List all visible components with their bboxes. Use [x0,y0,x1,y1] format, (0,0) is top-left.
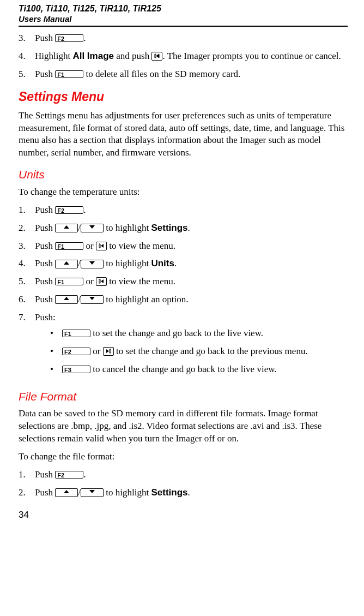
units-step-3: 3. Push F1 or to view the menu. [19,240,348,253]
header-models: Ti100, Ti110, Ti125, TiR110, TiR125 [19,3,348,14]
text: Push [35,276,55,286]
down-arrow-icon [81,224,104,232]
bullet-f2: F2 or to set the change and go back to t… [50,345,348,358]
heading-units: Units [19,167,348,182]
text: to highlight [104,223,151,233]
units-step-4: 4. Push / to highlight Units. [19,258,348,270]
bullet-f3: F3 to cancel the change and go back to t… [50,363,348,376]
units-step-6: 6. Push / to highlight an option. [19,294,348,306]
f1-key-icon: F1 [55,278,83,285]
up-arrow-icon [55,295,78,304]
text: to view the menu. [107,241,175,251]
step-number: 5. [19,68,35,81]
step-number: 5. [19,276,35,288]
step-4: 4. Highlight All Image and push . The Im… [19,50,348,63]
f3-key-icon: F3 [62,366,90,373]
text: . The Imager prompts you to continue or … [162,51,341,61]
down-arrow-icon [81,295,104,304]
text: . [83,33,86,43]
text: to set the change and go back to the pre… [114,346,308,356]
step-number: 1. [19,469,35,481]
text: to highlight [104,487,151,498]
text: . [83,205,86,215]
f2-key-icon: F2 [55,34,83,42]
text: Push [35,258,55,268]
bold-text: Settings [151,223,187,233]
file-format-intro: To change the file format: [19,451,348,463]
text: . [188,223,190,233]
up-arrow-icon [55,224,78,232]
page-header: Ti100, Ti110, Ti125, TiR110, TiR125 User… [19,3,348,27]
text: Push [35,487,55,498]
step-number: 6. [19,294,35,306]
units-intro: To change the temperature units: [19,186,348,199]
bold-text: Units [151,258,174,268]
step-number: 2. [19,487,35,499]
text: . [174,258,177,268]
text: or [83,241,96,251]
page-number: 34 [19,509,348,522]
down-arrow-icon [81,260,104,268]
text: Highlight [35,51,72,61]
text: to view the menu. [107,276,175,286]
text: . [188,487,190,498]
right-arrow-icon [96,277,107,286]
settings-menu-paragraph: The Settings menu has adjustments for us… [19,110,348,160]
step-number: 3. [19,240,35,253]
ff-step-1: 1. Push F2. [19,469,348,481]
units-step-1: 1. Push F2. [19,204,348,217]
down-arrow-icon [81,488,104,497]
steps-file-format: 1. Push F2. 2. Push / to highlight Setti… [19,469,348,499]
bold-text: Settings [151,487,187,498]
step-3: 3. Push F2. [19,32,348,45]
heading-settings-menu: Settings Menu [19,88,348,105]
bullet-f1: F1 to set the change and go back to the … [50,327,348,340]
step-number: 7. [19,312,35,381]
text: Push [35,469,55,480]
units-step-5: 5. Push F1 or to view the menu. [19,276,348,288]
up-arrow-icon [55,488,78,497]
page-container: Ti100, Ti110, Ti125, TiR110, TiR125 User… [0,0,364,533]
f2-key-icon: F2 [55,471,83,479]
units-step-2: 2. Push / to highlight Settings. [19,222,348,235]
right-arrow-icon [96,242,107,250]
step-5: 5. Push F1 to delete all files on the SD… [19,68,348,81]
f1-key-icon: F1 [55,242,83,250]
text: to highlight [104,258,151,268]
steps-units: 1. Push F2. 2. Push / to highlight Setti… [19,204,348,381]
text: or [90,346,103,356]
units-step-7: 7. Push: F1 to set the change and go bac… [19,312,348,381]
text: Push [35,33,55,43]
step-number: 4. [19,50,35,63]
text: Push [35,223,55,233]
text: to cancel the change and go back to the … [90,364,277,374]
text: Push [35,205,55,215]
text: . [83,469,86,480]
text: to set the change and go back to the liv… [90,328,263,338]
file-format-paragraph: Data can be saved to the SD memory card … [19,408,348,445]
heading-file-format: File Format [19,389,348,404]
text: Push [35,241,55,251]
right-arrow-icon [151,52,162,61]
bold-text: All Image [72,51,114,61]
steps-group-1: 3. Push F2. 4. Highlight All Image and p… [19,32,348,81]
push-options: F1 to set the change and go back to the … [50,327,348,376]
left-arrow-icon [103,347,114,356]
header-subtitle: Users Manual [19,14,348,25]
f1-key-icon: F1 [55,70,83,78]
text: Push: [35,312,56,322]
text: Push [35,294,55,304]
text: Push [35,69,55,79]
f2-key-icon: F2 [55,206,83,214]
step-number: 3. [19,32,35,45]
up-arrow-icon [55,260,78,268]
text: and push [114,51,151,61]
text: to delete all files on the SD memory car… [83,69,240,79]
text: to highlight an option. [104,294,188,304]
f2-key-icon: F2 [62,348,90,355]
step-number: 4. [19,258,35,270]
step-number: 1. [19,204,35,217]
f1-key-icon: F1 [62,330,90,337]
ff-step-2: 2. Push / to highlight Settings. [19,487,348,499]
step-number: 2. [19,222,35,235]
